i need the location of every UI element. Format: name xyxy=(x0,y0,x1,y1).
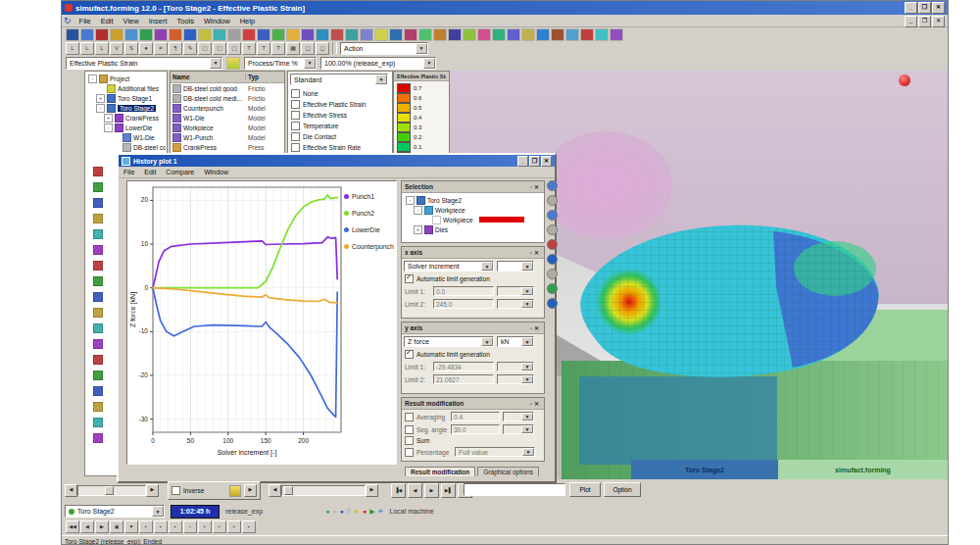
object-table-row[interactable]: Counterpunch Model xyxy=(171,103,284,113)
project-tree-item[interactable]: DB-steel cold medi... xyxy=(86,142,166,152)
view-toolbar-button[interactable]: ● xyxy=(139,42,153,55)
result-type-row[interactable]: Effective Plastic Strain xyxy=(291,99,389,110)
chevron-down-icon[interactable]: ▼ xyxy=(521,262,533,271)
job-icon[interactable]: ✳ xyxy=(378,508,384,516)
chevron-down-icon[interactable]: ▼ xyxy=(423,58,435,69)
toolbar-icon[interactable] xyxy=(66,28,79,41)
toolbar-icon[interactable] xyxy=(257,28,270,41)
stage-combobox[interactable]: Toro Stage2 ▼ xyxy=(65,505,165,518)
object-table-row[interactable]: CrankPress Press xyxy=(171,142,284,152)
bottom-toolbar-button[interactable]: ▪ xyxy=(198,520,212,533)
series-color-swatch[interactable] xyxy=(467,197,513,203)
history-minimize-button[interactable]: _ xyxy=(517,156,528,167)
toolbar-icon[interactable] xyxy=(183,28,197,41)
lightning-icon[interactable] xyxy=(229,485,241,497)
toolbar-icon[interactable] xyxy=(227,28,241,41)
job-icon[interactable]: ▶ xyxy=(369,508,374,516)
menu-item[interactable]: Tools xyxy=(172,16,199,26)
toolbar-icon[interactable] xyxy=(95,28,109,41)
strip-tool-icon[interactable] xyxy=(547,195,558,206)
toolbar-icon[interactable] xyxy=(418,28,432,41)
toolbar-icon[interactable] xyxy=(154,28,168,41)
result-type-row[interactable]: Die Contact xyxy=(291,131,389,142)
selection-tree-item[interactable]: - Workpiece xyxy=(404,205,542,215)
toolbar-icon[interactable] xyxy=(110,28,123,41)
object-table-row[interactable]: DB-steel cold good Frictio xyxy=(171,83,284,93)
toolbar-icon[interactable] xyxy=(345,28,359,41)
undo-icon[interactable]: ↻ xyxy=(64,16,72,25)
mode-combobox[interactable]: Process/Time % ▼ xyxy=(244,57,317,70)
close-button[interactable]: ✕ xyxy=(932,2,945,14)
object-table-row[interactable]: W1-Die Model xyxy=(171,113,284,123)
view-toolbar-button[interactable]: ◻ xyxy=(301,42,315,55)
view-toolbar-button[interactable]: T xyxy=(242,42,256,55)
result-type-row[interactable]: Effective Stress xyxy=(291,110,389,121)
tree-expander-icon[interactable]: - xyxy=(406,196,415,205)
bottom-toolbar-button[interactable]: – xyxy=(183,520,197,533)
minimize-button[interactable]: _ xyxy=(905,2,917,14)
toolbar-icon[interactable] xyxy=(360,28,373,41)
bottom-toolbar-button[interactable]: ◀◀ xyxy=(66,520,79,533)
bottom-toolbar-button[interactable]: ◀ xyxy=(80,520,94,533)
slider-left-arrow[interactable]: ◀ xyxy=(65,484,77,497)
playback-button[interactable]: ▶ xyxy=(424,483,439,498)
toolbar-icon[interactable] xyxy=(198,28,212,41)
workpiece-3d[interactable] xyxy=(572,208,888,386)
menu-item[interactable]: Edit xyxy=(96,16,119,26)
toolbar-icon[interactable] xyxy=(330,28,344,41)
view-toolbar-button[interactable]: ≠ xyxy=(154,42,168,55)
legend-item[interactable]: LowerDie xyxy=(344,222,394,238)
toolbar-icon[interactable] xyxy=(507,28,520,41)
view-toolbar-button[interactable]: L xyxy=(95,42,109,55)
sum-row[interactable]: Sum xyxy=(402,435,544,446)
tree-expander-icon[interactable]: - xyxy=(88,74,97,83)
selection-tree-item[interactable]: + Dies xyxy=(404,224,542,234)
bottom-toolbar-button[interactable]: ▪ xyxy=(213,520,226,533)
chevron-down-icon[interactable]: ▼ xyxy=(481,262,493,271)
apply-step-button[interactable]: ▶ xyxy=(244,484,257,497)
chevron-down-icon[interactable]: ▼ xyxy=(375,74,387,84)
bottom-toolbar-button[interactable]: ▼ xyxy=(124,520,138,533)
job-icon[interactable]: ● xyxy=(340,508,344,516)
job-icon[interactable]: ★ xyxy=(354,508,360,516)
strip-tool-icon[interactable] xyxy=(547,224,558,235)
view-toolbar-button[interactable]: ✎ xyxy=(183,42,197,55)
strip-tool-icon[interactable] xyxy=(547,254,558,265)
tab-result-modification[interactable]: Result modification xyxy=(405,467,475,476)
mdi-maximize-button[interactable]: ❐ xyxy=(918,16,931,27)
view-toolbar-button[interactable]: ▢ xyxy=(213,42,226,55)
x-axis-unit-combobox[interactable]: ▼ xyxy=(497,261,534,272)
strip-tool-icon[interactable] xyxy=(547,269,558,279)
sum-checkbox[interactable] xyxy=(405,436,414,445)
slider-thumb[interactable] xyxy=(284,486,293,495)
series-color-swatch[interactable] xyxy=(471,207,516,213)
seg-angle-field[interactable]: 30.0 xyxy=(451,424,500,434)
view-toolbar-button[interactable]: ▦ xyxy=(286,42,300,55)
toolbar-icon[interactable] xyxy=(286,28,300,41)
bottom-toolbar-button[interactable]: ▪ xyxy=(227,520,241,533)
viewport-marker-icon[interactable] xyxy=(899,74,910,86)
project-tree-item[interactable]: + CrankPress xyxy=(86,113,166,123)
x-auto-limit-row[interactable]: Automatic limit generation xyxy=(402,273,544,284)
toolbar-icon[interactable] xyxy=(271,28,285,41)
toolbar-icon[interactable] xyxy=(536,28,550,41)
toolbar-icon[interactable] xyxy=(492,28,506,41)
legend-item[interactable]: Punch2 xyxy=(344,205,394,222)
y-limit2-unit[interactable]: ▼ xyxy=(497,374,534,384)
project-tree-item[interactable]: Additional files xyxy=(86,83,166,93)
project-tree-item[interactable]: - Project xyxy=(86,74,166,83)
result-type-row[interactable]: Effective Strain Rate xyxy=(291,142,389,153)
tree-expander-icon[interactable]: - xyxy=(414,206,422,215)
slider-left-arrow[interactable]: ◀ xyxy=(269,484,281,497)
view-toolbar-button[interactable]: T xyxy=(257,42,270,55)
result-type-checkbox[interactable] xyxy=(291,122,300,130)
action-combobox[interactable]: Action ▼ xyxy=(340,42,428,55)
x-axis-combobox[interactable]: Solver increment▼ xyxy=(404,261,494,272)
view-toolbar-button[interactable]: L xyxy=(80,42,94,55)
mdi-minimize-button[interactable]: _ xyxy=(905,16,917,27)
x-limit1-unit[interactable]: ▼ xyxy=(497,286,534,296)
y-axis-unit-combobox[interactable]: kN▼ xyxy=(497,336,534,347)
result-set-combobox[interactable]: Standard ▼ xyxy=(290,74,388,85)
result-type-combobox[interactable]: Effective Plastic Strain ▼ xyxy=(66,57,222,70)
toolbar-icon[interactable] xyxy=(316,28,329,41)
